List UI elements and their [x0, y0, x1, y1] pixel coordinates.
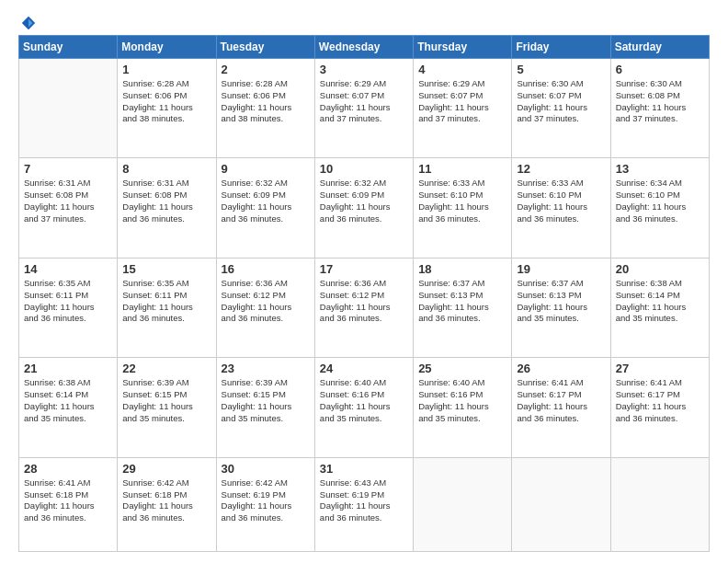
day-number: 19 — [517, 262, 605, 276]
calendar-cell: 5Sunrise: 6:30 AM Sunset: 6:07 PM Daylig… — [512, 59, 610, 158]
calendar-cell: 17Sunrise: 6:36 AM Sunset: 6:12 PM Dayli… — [314, 258, 413, 357]
day-number: 6 — [616, 63, 704, 76]
calendar-cell — [610, 457, 709, 551]
day-number: 9 — [222, 162, 310, 176]
day-number: 27 — [616, 362, 704, 375]
calendar-cell: 3Sunrise: 6:29 AM Sunset: 6:07 PM Daylig… — [314, 59, 413, 158]
day-info: Sunrise: 6:38 AM Sunset: 6:14 PM Dayligh… — [616, 278, 704, 325]
day-info: Sunrise: 6:41 AM Sunset: 6:17 PM Dayligh… — [616, 377, 704, 424]
calendar-cell: 1Sunrise: 6:28 AM Sunset: 6:06 PM Daylig… — [118, 59, 216, 158]
day-info: Sunrise: 6:39 AM Sunset: 6:15 PM Dayligh… — [222, 377, 310, 424]
day-number: 15 — [122, 262, 210, 276]
day-info: Sunrise: 6:42 AM Sunset: 6:19 PM Dayligh… — [222, 477, 310, 524]
day-number: 21 — [24, 362, 112, 375]
calendar-cell: 28Sunrise: 6:41 AM Sunset: 6:18 PM Dayli… — [19, 457, 118, 551]
calendar-cell: 29Sunrise: 6:42 AM Sunset: 6:18 PM Dayli… — [118, 457, 216, 551]
calendar-cell: 12Sunrise: 6:33 AM Sunset: 6:10 PM Dayli… — [512, 158, 610, 258]
day-number: 23 — [222, 362, 310, 375]
calendar-cell: 23Sunrise: 6:39 AM Sunset: 6:15 PM Dayli… — [216, 358, 314, 457]
day-number: 17 — [320, 262, 408, 276]
day-number: 5 — [517, 63, 605, 76]
calendar-cell: 21Sunrise: 6:38 AM Sunset: 6:14 PM Dayli… — [19, 358, 118, 457]
day-info: Sunrise: 6:33 AM Sunset: 6:10 PM Dayligh… — [517, 178, 605, 224]
day-number: 3 — [320, 63, 408, 76]
day-info: Sunrise: 6:31 AM Sunset: 6:08 PM Dayligh… — [24, 178, 112, 224]
day-number: 22 — [122, 362, 210, 375]
day-number: 4 — [418, 63, 506, 76]
calendar-cell: 20Sunrise: 6:38 AM Sunset: 6:14 PM Dayli… — [610, 258, 709, 357]
day-info: Sunrise: 6:35 AM Sunset: 6:11 PM Dayligh… — [122, 278, 210, 325]
day-info: Sunrise: 6:30 AM Sunset: 6:07 PM Dayligh… — [517, 78, 605, 125]
day-info: Sunrise: 6:33 AM Sunset: 6:10 PM Dayligh… — [418, 178, 506, 224]
day-info: Sunrise: 6:31 AM Sunset: 6:08 PM Dayligh… — [122, 178, 210, 224]
day-number: 16 — [222, 262, 310, 276]
day-number: 13 — [616, 162, 704, 176]
calendar-cell: 10Sunrise: 6:32 AM Sunset: 6:09 PM Dayli… — [314, 158, 413, 258]
calendar-cell: 8Sunrise: 6:31 AM Sunset: 6:08 PM Daylig… — [118, 158, 216, 258]
header — [18, 15, 710, 28]
day-number: 26 — [517, 362, 605, 375]
calendar-cell: 27Sunrise: 6:41 AM Sunset: 6:17 PM Dayli… — [610, 358, 709, 457]
day-number: 18 — [418, 262, 506, 276]
day-info: Sunrise: 6:28 AM Sunset: 6:06 PM Dayligh… — [222, 78, 310, 125]
calendar-cell: 31Sunrise: 6:43 AM Sunset: 6:19 PM Dayli… — [314, 457, 413, 551]
day-info: Sunrise: 6:41 AM Sunset: 6:17 PM Dayligh… — [517, 377, 605, 424]
calendar-cell — [414, 457, 512, 551]
day-number: 25 — [418, 362, 506, 375]
calendar-table: SundayMondayTuesdayWednesdayThursdayFrid… — [18, 35, 710, 552]
calendar-cell: 13Sunrise: 6:34 AM Sunset: 6:10 PM Dayli… — [610, 158, 709, 258]
calendar-cell: 15Sunrise: 6:35 AM Sunset: 6:11 PM Dayli… — [118, 258, 216, 357]
day-number: 8 — [122, 162, 210, 176]
calendar-cell: 4Sunrise: 6:29 AM Sunset: 6:07 PM Daylig… — [414, 59, 512, 158]
day-info: Sunrise: 6:29 AM Sunset: 6:07 PM Dayligh… — [418, 78, 506, 125]
calendar-cell: 25Sunrise: 6:40 AM Sunset: 6:16 PM Dayli… — [414, 358, 512, 457]
calendar-cell: 11Sunrise: 6:33 AM Sunset: 6:10 PM Dayli… — [414, 158, 512, 258]
calendar-week-row-3: 14Sunrise: 6:35 AM Sunset: 6:11 PM Dayli… — [19, 258, 710, 357]
calendar-cell: 19Sunrise: 6:37 AM Sunset: 6:13 PM Dayli… — [512, 258, 610, 357]
day-info: Sunrise: 6:28 AM Sunset: 6:06 PM Dayligh… — [122, 78, 210, 125]
logo-icon — [20, 15, 37, 31]
day-info: Sunrise: 6:36 AM Sunset: 6:12 PM Dayligh… — [320, 278, 408, 325]
day-info: Sunrise: 6:29 AM Sunset: 6:07 PM Dayligh… — [320, 78, 408, 125]
calendar-week-row-5: 28Sunrise: 6:41 AM Sunset: 6:18 PM Dayli… — [19, 457, 710, 551]
calendar-cell: 6Sunrise: 6:30 AM Sunset: 6:08 PM Daylig… — [610, 59, 709, 158]
calendar-cell: 16Sunrise: 6:36 AM Sunset: 6:12 PM Dayli… — [216, 258, 314, 357]
day-info: Sunrise: 6:42 AM Sunset: 6:18 PM Dayligh… — [122, 477, 210, 524]
weekday-header-thursday: Thursday — [414, 36, 512, 59]
weekday-header-sunday: Sunday — [19, 36, 118, 59]
day-info: Sunrise: 6:43 AM Sunset: 6:19 PM Dayligh… — [320, 477, 408, 524]
calendar-cell: 18Sunrise: 6:37 AM Sunset: 6:13 PM Dayli… — [414, 258, 512, 357]
day-info: Sunrise: 6:39 AM Sunset: 6:15 PM Dayligh… — [122, 377, 210, 424]
calendar-cell: 9Sunrise: 6:32 AM Sunset: 6:09 PM Daylig… — [216, 158, 314, 258]
weekday-header-monday: Monday — [118, 36, 216, 59]
calendar-cell: 24Sunrise: 6:40 AM Sunset: 6:16 PM Dayli… — [314, 358, 413, 457]
calendar-cell: 30Sunrise: 6:42 AM Sunset: 6:19 PM Dayli… — [216, 457, 314, 551]
day-number: 11 — [418, 162, 506, 176]
day-number: 14 — [24, 262, 112, 276]
day-number: 30 — [222, 462, 310, 476]
day-number: 24 — [320, 362, 408, 375]
day-number: 10 — [320, 162, 408, 176]
calendar-cell: 22Sunrise: 6:39 AM Sunset: 6:15 PM Dayli… — [118, 358, 216, 457]
day-info: Sunrise: 6:36 AM Sunset: 6:12 PM Dayligh… — [222, 278, 310, 325]
day-number: 28 — [24, 462, 112, 476]
day-info: Sunrise: 6:37 AM Sunset: 6:13 PM Dayligh… — [418, 278, 506, 325]
day-number: 1 — [122, 63, 210, 76]
day-info: Sunrise: 6:34 AM Sunset: 6:10 PM Dayligh… — [616, 178, 704, 224]
weekday-header-row: SundayMondayTuesdayWednesdayThursdayFrid… — [19, 36, 710, 59]
day-number: 31 — [320, 462, 408, 476]
day-info: Sunrise: 6:38 AM Sunset: 6:14 PM Dayligh… — [24, 377, 112, 424]
calendar-cell: 14Sunrise: 6:35 AM Sunset: 6:11 PM Dayli… — [19, 258, 118, 357]
day-info: Sunrise: 6:32 AM Sunset: 6:09 PM Dayligh… — [320, 178, 408, 224]
day-number: 20 — [616, 262, 704, 276]
weekday-header-tuesday: Tuesday — [216, 36, 314, 59]
day-number: 2 — [222, 63, 310, 76]
day-info: Sunrise: 6:40 AM Sunset: 6:16 PM Dayligh… — [320, 377, 408, 424]
day-number: 29 — [122, 462, 210, 476]
calendar-cell: 7Sunrise: 6:31 AM Sunset: 6:08 PM Daylig… — [19, 158, 118, 258]
logo — [18, 15, 37, 28]
calendar-week-row-2: 7Sunrise: 6:31 AM Sunset: 6:08 PM Daylig… — [19, 158, 710, 258]
page: SundayMondayTuesdayWednesdayThursdayFrid… — [0, 0, 728, 563]
day-info: Sunrise: 6:40 AM Sunset: 6:16 PM Dayligh… — [418, 377, 506, 424]
day-number: 12 — [517, 162, 605, 176]
